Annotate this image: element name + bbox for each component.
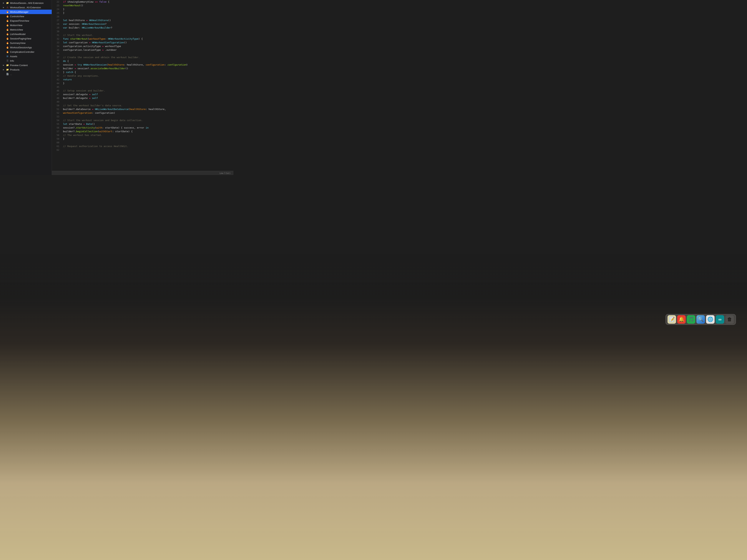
code-text [61, 52, 233, 56]
code-text: session?.startActivity(with: startDate) … [61, 126, 233, 130]
code-text: builder?.delegate = self [61, 96, 233, 100]
line-number: 59 [52, 137, 61, 141]
code-editor[interactable]: 22 if showingSummaryView == false { 23 r… [52, 0, 233, 171]
code-text: session = try HKWorkoutSession(healthSto… [61, 63, 233, 67]
sidebar-item-label: Assets [10, 55, 17, 58]
sidebar-item-elapsedtimeview[interactable]: ▶ 🔥 ElapsedTimeView [0, 19, 52, 23]
code-text: session?.delegate = self [61, 92, 233, 96]
sidebar-item-workoutsessio-kit[interactable]: ▶ 📁 WorkoutSessio...hKit Extension [0, 1, 52, 5]
line-number: 45 [52, 85, 61, 89]
sidebar-item-assets[interactable]: ▶ ⊞ Assets [0, 54, 52, 58]
line-number: 47 [52, 92, 61, 96]
code-text: } [61, 7, 233, 11]
line-number: 28 [52, 22, 61, 26]
code-line-38: 38 do { [52, 59, 233, 63]
folder-icon: 📁 [6, 64, 9, 67]
disclosure-icon: ▶ [3, 69, 5, 71]
folder-icon: 📁 [6, 68, 9, 71]
code-line-35: 35 configuration.locationType = .outdoor [52, 48, 233, 52]
code-text: } [61, 11, 233, 15]
line-number: 44 [52, 81, 61, 85]
sidebar-item-workoutsessi-kit2[interactable]: ▶ ⚠ WorkoutSessi...Kit Extension [0, 5, 52, 10]
sidebar-item-workoutmanager[interactable]: ▶ 🔥 WorkoutManager [0, 10, 52, 14]
line-number: 54 [52, 118, 61, 122]
code-line-43: 43 return [52, 78, 233, 81]
sidebar-item-products[interactable]: ▶ 📁 Products [0, 68, 52, 72]
code-line-53: 53 [52, 115, 233, 118]
swift-icon: 🔥 [6, 24, 9, 27]
swift-icon: 🔥 [6, 46, 9, 49]
sidebar-item-label: WorkoutSessio...hKit Extension [10, 2, 44, 4]
swift-icon: 🔥 [6, 10, 9, 14]
sidebar-item-label: Info [10, 59, 14, 62]
file-icon: 📄 [6, 73, 9, 76]
sidebar-item-label: SummaryView [10, 42, 26, 45]
code-text: // Handle any exceptions. [61, 74, 233, 78]
code-text: let healthStore = HKHealthStore() [61, 19, 233, 22]
code-line-51: 51 builder?.dataSource = HKLiveWorkoutDa… [52, 107, 233, 111]
line-number: 43 [52, 78, 61, 81]
code-line-24: 24 } [52, 7, 233, 11]
sidebar-item-previewcontent[interactable]: ▶ 📁 Preview Content [0, 63, 52, 68]
line-number: 37 [52, 56, 61, 59]
sidebar-item-info[interactable]: ▶ ☰ Info [0, 58, 52, 63]
sidebar-item-summaryview[interactable]: ▶ 🔥 SummaryView [0, 41, 52, 45]
swift-warning-icon: ⚠ [6, 6, 9, 9]
code-line-61: 61 // Request authorization to access He… [52, 144, 233, 148]
code-text: builder = session?.associatedWorkoutBuil… [61, 67, 233, 70]
sidebar-item-workoutsessionapp[interactable]: ▶ 🔥 WorkoutSessionApp [0, 45, 52, 50]
line-number: 25 [52, 11, 61, 15]
code-text: // Set the workout builder's data source… [61, 104, 233, 107]
line-number: 23 [52, 4, 61, 7]
code-line-34: 34 configuration.activityType = workoutT… [52, 45, 233, 48]
sidebar-item-label: ElapsedTimeView [10, 20, 29, 22]
swift-icon: 🔥 [6, 37, 9, 40]
status-text: Line 7 Col 1 [220, 172, 230, 174]
code-text: func startWorkout(workoutType: HKWorkout… [61, 37, 233, 41]
code-text: configuration.activityType = workoutType [61, 45, 233, 48]
code-line-44: 44 } [52, 81, 233, 85]
code-line-37: 37 // Create the session and obtain the … [52, 56, 233, 59]
disclosure-icon: ▶ [3, 64, 5, 66]
line-number: 39 [52, 63, 61, 67]
code-line-60: 60 [52, 141, 233, 144]
line-number: 33 [52, 41, 61, 45]
line-number: 31 [52, 33, 61, 37]
swift-icon: 🔥 [6, 50, 9, 53]
sidebar-item-motionview[interactable]: ▶ 🔥 MotionView [0, 23, 52, 27]
code-text: } [61, 81, 233, 85]
line-number: 27 [52, 19, 61, 22]
code-line-36: 36 [52, 52, 233, 56]
code-text: return [61, 78, 233, 81]
code-line-57: 57 builder?.beginCollection(withStart: s… [52, 130, 233, 133]
info-icon: ☰ [6, 59, 9, 62]
code-line-47: 47 session?.delegate = self [52, 92, 233, 96]
disclosure-icon: ▶ [3, 6, 5, 8]
sidebar-item-controlsview[interactable]: ▶ 🔥 ControlsView [0, 14, 52, 19]
code-line-30: 30 [52, 30, 233, 33]
swift-icon: 🔥 [6, 42, 9, 45]
line-number: 60 [52, 141, 61, 144]
sidebar-item-complicationcontroller[interactable]: ▶ 🔥 ComplicationController [0, 50, 52, 54]
sidebar-item-metricsview[interactable]: ▶ 🔥 MetricsView [0, 27, 52, 32]
code-line-58: 58 // The workout has started. [52, 133, 233, 137]
sidebar-item-label: WorkoutSessi...Kit Extension [10, 6, 41, 9]
line-number: 61 [52, 144, 61, 148]
code-text: // The workout has started. [61, 133, 233, 137]
code-container[interactable]: 22 if showingSummaryView == false { 23 r… [52, 0, 233, 171]
sidebar: ▶ 📁 WorkoutSessio...hKit Extension ▶ ⚠ W… [0, 0, 52, 175]
sidebar-item-sessionpagingview[interactable]: ▶ 🔥 SessionPagingView [0, 36, 52, 41]
sidebar-item-label: ListViewModel [10, 33, 26, 35]
line-number: 34 [52, 45, 61, 48]
sidebar-item-extra[interactable]: ▶ 📄 ... [0, 72, 52, 76]
disclosure-icon: ▶ [3, 2, 5, 4]
line-number: 49 [52, 100, 61, 104]
code-text: workoutConfiguration: configuration) [61, 111, 233, 115]
code-text: builder?.beginCollection(withStart: star… [61, 130, 233, 133]
line-number: 24 [52, 7, 61, 11]
code-text: var builder: HKLiveWorkoutBuilder? [61, 26, 233, 30]
line-number: 53 [52, 115, 61, 118]
line-number: 36 [52, 52, 61, 56]
line-number: 42 [52, 74, 61, 78]
sidebar-item-listviewmodel[interactable]: ▶ 🔥 ListViewModel [0, 32, 52, 36]
